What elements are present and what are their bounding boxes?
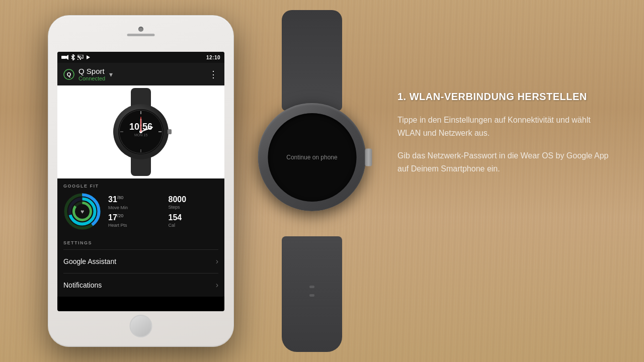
fit-stats: 31/80 Move Min 8000 Steps 17/20 Heart Pt…: [108, 195, 218, 228]
watch-crown: [365, 148, 372, 166]
google-assistant-chevron-icon: ›: [216, 257, 218, 266]
status-bar: 12:10: [57, 52, 224, 63]
svg-text:MON 15: MON 15: [134, 133, 147, 137]
phone-screen: 12:10 Q Q Sport Connected ▾ ⋮: [57, 52, 224, 311]
cast-icon: [77, 55, 84, 60]
watch-band-top: [282, 10, 342, 111]
header-chevron-icon[interactable]: ▾: [109, 70, 113, 78]
band-notch-1: [309, 286, 314, 288]
svg-marker-1: [66, 55, 68, 60]
app-subtitle: Connected: [78, 75, 105, 81]
smartwatch-device: Continue on phone: [252, 10, 372, 352]
phone-home-button[interactable]: [130, 315, 152, 337]
stat-cal: 154 Cal: [169, 213, 219, 228]
svg-text:Q: Q: [67, 71, 71, 77]
status-icons-left: [61, 54, 91, 60]
watch-band-notches: [282, 286, 342, 297]
status-time: 12:10: [206, 55, 220, 60]
video-icon: [61, 55, 68, 60]
phone-camera: [138, 27, 143, 32]
notifications-chevron-icon: ›: [216, 281, 218, 290]
watch-band-bottom: [282, 236, 342, 352]
google-fit-label: GOOGLE FIT: [63, 184, 218, 189]
rings-svg: ♥: [63, 193, 101, 230]
svg-text:♥: ♥: [80, 208, 84, 215]
phone-device: 12:10 Q Q Sport Connected ▾ ⋮: [48, 15, 234, 347]
watch-case-body: Continue on phone: [258, 103, 366, 211]
google-fit-section: GOOGLE FIT: [57, 178, 224, 235]
app-header: Q Q Sport Connected ▾ ⋮: [57, 63, 224, 85]
stat-steps: 8000 Steps: [169, 195, 219, 210]
notifications-item[interactable]: Notifications ›: [63, 273, 218, 297]
bluetooth-icon: [70, 54, 75, 60]
app-logo-icon: Q: [63, 69, 74, 80]
band-notch-2: [309, 294, 314, 297]
panel-paragraph-1: Tippe in den Einstellungen auf Konnektiv…: [397, 114, 614, 139]
watch-illustration: 10:56 MON 15: [103, 88, 179, 176]
play-icon: [86, 55, 91, 60]
google-assistant-text: Google Assistant: [63, 257, 116, 265]
watch-screen: Continue on phone: [268, 113, 356, 202]
phone-speaker: [127, 34, 155, 36]
watch-preview-area: 10:56 MON 15: [57, 85, 224, 178]
svg-marker-2: [87, 55, 90, 59]
svg-rect-0: [61, 56, 66, 59]
app-header-left: Q Q Sport Connected ▾: [63, 67, 113, 81]
settings-label: SETTINGS: [63, 240, 218, 245]
stat-heart-pts: 17/20 Heart Pts: [108, 213, 158, 228]
app-title: Q Sport: [78, 67, 105, 75]
stat-move-min: 31/80 Move Min: [108, 195, 158, 210]
panel-paragraph-2: Gib das Netzwerk-Passwort in die Wear OS…: [397, 149, 614, 175]
svg-rect-19: [168, 129, 172, 134]
google-assistant-item[interactable]: Google Assistant ›: [63, 249, 218, 273]
text-panel: 1. WLAN-VERBINDUNG HERSTELLEN Tippe in d…: [397, 90, 614, 185]
watch-continue-text: Continue on phone: [286, 154, 337, 161]
phone-body: 12:10 Q Q Sport Connected ▾ ⋮: [48, 15, 234, 347]
settings-section: SETTINGS Google Assistant › Notification…: [57, 235, 224, 297]
activity-rings: ♥: [63, 193, 101, 230]
notifications-text: Notifications: [63, 281, 102, 289]
panel-heading: 1. WLAN-VERBINDUNG HERSTELLEN: [397, 90, 614, 103]
watch-case: Continue on phone: [258, 103, 366, 211]
fit-content: ♥ 31/80 Move Min 8000 Steps: [63, 193, 218, 230]
header-menu-icon[interactable]: ⋮: [209, 69, 218, 80]
